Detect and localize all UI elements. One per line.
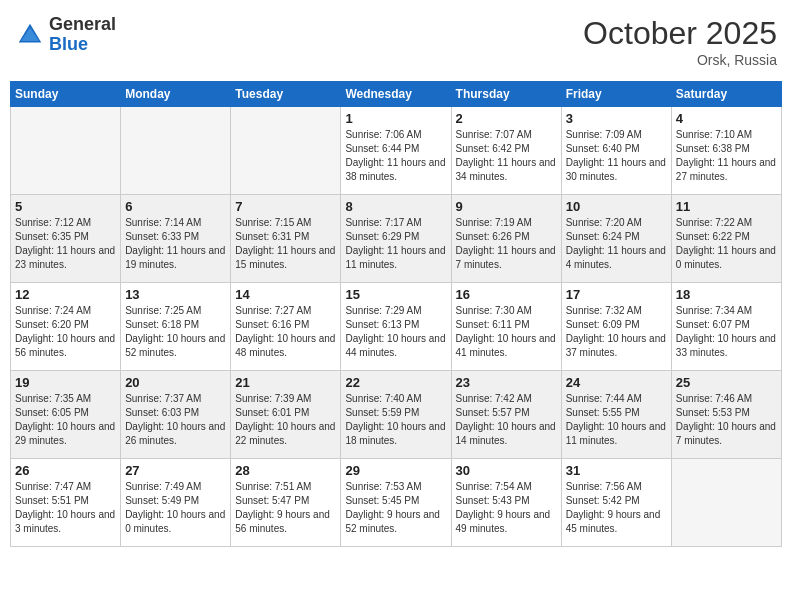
day-number: 27 [125, 463, 226, 478]
day-info: Sunrise: 7:39 AMSunset: 6:01 PMDaylight:… [235, 392, 336, 448]
day-number: 11 [676, 199, 777, 214]
day-info: Sunrise: 7:24 AMSunset: 6:20 PMDaylight:… [15, 304, 116, 360]
day-info: Sunrise: 7:37 AMSunset: 6:03 PMDaylight:… [125, 392, 226, 448]
day-number: 31 [566, 463, 667, 478]
day-info: Sunrise: 7:47 AMSunset: 5:51 PMDaylight:… [15, 480, 116, 536]
day-number: 6 [125, 199, 226, 214]
calendar-cell [11, 107, 121, 195]
calendar-cell: 19Sunrise: 7:35 AMSunset: 6:05 PMDayligh… [11, 371, 121, 459]
page-header: General Blue October 2025 Orsk, Russia [10, 10, 782, 73]
calendar-cell: 30Sunrise: 7:54 AMSunset: 5:43 PMDayligh… [451, 459, 561, 547]
day-info: Sunrise: 7:35 AMSunset: 6:05 PMDaylight:… [15, 392, 116, 448]
logo-blue-text: Blue [49, 34, 88, 54]
day-info: Sunrise: 7:40 AMSunset: 5:59 PMDaylight:… [345, 392, 446, 448]
calendar-body: 1Sunrise: 7:06 AMSunset: 6:44 PMDaylight… [11, 107, 782, 547]
calendar-table: SundayMondayTuesdayWednesdayThursdayFrid… [10, 81, 782, 547]
day-number: 7 [235, 199, 336, 214]
day-number: 12 [15, 287, 116, 302]
weekday-header-sunday: Sunday [11, 82, 121, 107]
calendar-cell: 22Sunrise: 7:40 AMSunset: 5:59 PMDayligh… [341, 371, 451, 459]
day-info: Sunrise: 7:34 AMSunset: 6:07 PMDaylight:… [676, 304, 777, 360]
calendar-cell: 10Sunrise: 7:20 AMSunset: 6:24 PMDayligh… [561, 195, 671, 283]
day-number: 16 [456, 287, 557, 302]
day-number: 8 [345, 199, 446, 214]
day-number: 2 [456, 111, 557, 126]
day-number: 22 [345, 375, 446, 390]
day-number: 1 [345, 111, 446, 126]
calendar-week-row: 12Sunrise: 7:24 AMSunset: 6:20 PMDayligh… [11, 283, 782, 371]
day-info: Sunrise: 7:20 AMSunset: 6:24 PMDaylight:… [566, 216, 667, 272]
day-info: Sunrise: 7:17 AMSunset: 6:29 PMDaylight:… [345, 216, 446, 272]
day-number: 29 [345, 463, 446, 478]
weekday-header-saturday: Saturday [671, 82, 781, 107]
calendar-cell: 4Sunrise: 7:10 AMSunset: 6:38 PMDaylight… [671, 107, 781, 195]
day-number: 10 [566, 199, 667, 214]
day-number: 19 [15, 375, 116, 390]
calendar-cell: 26Sunrise: 7:47 AMSunset: 5:51 PMDayligh… [11, 459, 121, 547]
day-number: 5 [15, 199, 116, 214]
day-number: 4 [676, 111, 777, 126]
calendar-cell [121, 107, 231, 195]
calendar-cell: 16Sunrise: 7:30 AMSunset: 6:11 PMDayligh… [451, 283, 561, 371]
logo: General Blue [15, 15, 116, 55]
logo-icon [15, 20, 45, 50]
day-info: Sunrise: 7:12 AMSunset: 6:35 PMDaylight:… [15, 216, 116, 272]
day-info: Sunrise: 7:19 AMSunset: 6:26 PMDaylight:… [456, 216, 557, 272]
day-info: Sunrise: 7:10 AMSunset: 6:38 PMDaylight:… [676, 128, 777, 184]
location: Orsk, Russia [583, 52, 777, 68]
day-info: Sunrise: 7:49 AMSunset: 5:49 PMDaylight:… [125, 480, 226, 536]
calendar-cell: 24Sunrise: 7:44 AMSunset: 5:55 PMDayligh… [561, 371, 671, 459]
calendar-cell: 28Sunrise: 7:51 AMSunset: 5:47 PMDayligh… [231, 459, 341, 547]
calendar-cell: 20Sunrise: 7:37 AMSunset: 6:03 PMDayligh… [121, 371, 231, 459]
day-number: 28 [235, 463, 336, 478]
day-info: Sunrise: 7:32 AMSunset: 6:09 PMDaylight:… [566, 304, 667, 360]
calendar-week-row: 26Sunrise: 7:47 AMSunset: 5:51 PMDayligh… [11, 459, 782, 547]
day-info: Sunrise: 7:44 AMSunset: 5:55 PMDaylight:… [566, 392, 667, 448]
calendar-cell: 23Sunrise: 7:42 AMSunset: 5:57 PMDayligh… [451, 371, 561, 459]
calendar-cell: 9Sunrise: 7:19 AMSunset: 6:26 PMDaylight… [451, 195, 561, 283]
month-title: October 2025 [583, 15, 777, 52]
calendar-header-row: SundayMondayTuesdayWednesdayThursdayFrid… [11, 82, 782, 107]
calendar-cell: 12Sunrise: 7:24 AMSunset: 6:20 PMDayligh… [11, 283, 121, 371]
calendar-cell: 25Sunrise: 7:46 AMSunset: 5:53 PMDayligh… [671, 371, 781, 459]
day-number: 14 [235, 287, 336, 302]
day-number: 21 [235, 375, 336, 390]
calendar-cell: 15Sunrise: 7:29 AMSunset: 6:13 PMDayligh… [341, 283, 451, 371]
day-number: 17 [566, 287, 667, 302]
day-info: Sunrise: 7:15 AMSunset: 6:31 PMDaylight:… [235, 216, 336, 272]
calendar-cell: 14Sunrise: 7:27 AMSunset: 6:16 PMDayligh… [231, 283, 341, 371]
day-info: Sunrise: 7:46 AMSunset: 5:53 PMDaylight:… [676, 392, 777, 448]
day-number: 3 [566, 111, 667, 126]
weekday-header-thursday: Thursday [451, 82, 561, 107]
calendar-cell [671, 459, 781, 547]
calendar-cell: 27Sunrise: 7:49 AMSunset: 5:49 PMDayligh… [121, 459, 231, 547]
day-number: 26 [15, 463, 116, 478]
day-info: Sunrise: 7:27 AMSunset: 6:16 PMDaylight:… [235, 304, 336, 360]
day-info: Sunrise: 7:06 AMSunset: 6:44 PMDaylight:… [345, 128, 446, 184]
calendar-cell: 29Sunrise: 7:53 AMSunset: 5:45 PMDayligh… [341, 459, 451, 547]
day-number: 15 [345, 287, 446, 302]
calendar-cell: 7Sunrise: 7:15 AMSunset: 6:31 PMDaylight… [231, 195, 341, 283]
calendar-cell: 21Sunrise: 7:39 AMSunset: 6:01 PMDayligh… [231, 371, 341, 459]
day-number: 30 [456, 463, 557, 478]
day-info: Sunrise: 7:29 AMSunset: 6:13 PMDaylight:… [345, 304, 446, 360]
day-number: 9 [456, 199, 557, 214]
day-number: 25 [676, 375, 777, 390]
calendar-week-row: 5Sunrise: 7:12 AMSunset: 6:35 PMDaylight… [11, 195, 782, 283]
day-number: 18 [676, 287, 777, 302]
day-info: Sunrise: 7:07 AMSunset: 6:42 PMDaylight:… [456, 128, 557, 184]
calendar-cell: 1Sunrise: 7:06 AMSunset: 6:44 PMDaylight… [341, 107, 451, 195]
day-info: Sunrise: 7:56 AMSunset: 5:42 PMDaylight:… [566, 480, 667, 536]
calendar-cell: 13Sunrise: 7:25 AMSunset: 6:18 PMDayligh… [121, 283, 231, 371]
day-info: Sunrise: 7:22 AMSunset: 6:22 PMDaylight:… [676, 216, 777, 272]
calendar-cell: 2Sunrise: 7:07 AMSunset: 6:42 PMDaylight… [451, 107, 561, 195]
calendar-cell: 5Sunrise: 7:12 AMSunset: 6:35 PMDaylight… [11, 195, 121, 283]
calendar-cell: 18Sunrise: 7:34 AMSunset: 6:07 PMDayligh… [671, 283, 781, 371]
calendar-week-row: 1Sunrise: 7:06 AMSunset: 6:44 PMDaylight… [11, 107, 782, 195]
weekday-header-wednesday: Wednesday [341, 82, 451, 107]
calendar-cell: 3Sunrise: 7:09 AMSunset: 6:40 PMDaylight… [561, 107, 671, 195]
day-info: Sunrise: 7:09 AMSunset: 6:40 PMDaylight:… [566, 128, 667, 184]
logo-general-text: General [49, 14, 116, 34]
day-info: Sunrise: 7:54 AMSunset: 5:43 PMDaylight:… [456, 480, 557, 536]
title-block: October 2025 Orsk, Russia [583, 15, 777, 68]
